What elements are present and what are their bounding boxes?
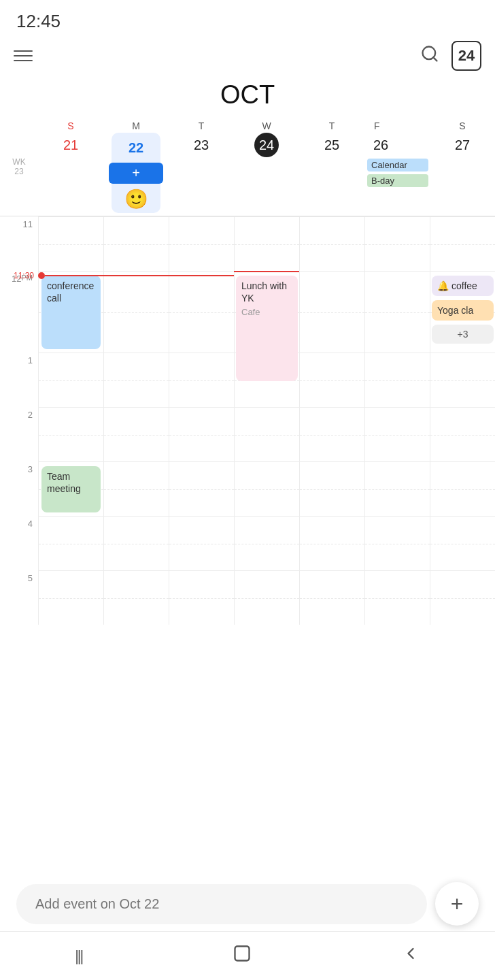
cell-2-fri[interactable] bbox=[364, 407, 430, 461]
cell-5-mon[interactable] bbox=[103, 570, 169, 625]
day-header-wed[interactable]: W 24 bbox=[234, 118, 299, 216]
cell-3-wed[interactable] bbox=[234, 461, 299, 516]
cell-5-sat[interactable] bbox=[430, 570, 495, 625]
nav-back-button[interactable] bbox=[401, 944, 420, 968]
cell-4-tue[interactable] bbox=[169, 516, 234, 570]
cell-5-tue[interactable] bbox=[169, 570, 234, 625]
cell-5-thu[interactable] bbox=[299, 570, 364, 625]
add-event-fab-button[interactable]: + bbox=[435, 882, 479, 926]
event-subtitle-lunch: Cafe bbox=[241, 307, 292, 318]
status-bar: 12:45 bbox=[0, 0, 495, 34]
current-time-line-area bbox=[38, 271, 234, 280]
cell-3-fri[interactable] bbox=[364, 461, 430, 516]
day-number-26: 26 bbox=[369, 133, 393, 157]
cell-2-thu[interactable] bbox=[299, 407, 364, 461]
cell-12-wed[interactable]: Lunch with YK Cafe bbox=[234, 271, 299, 353]
add-event-header-button[interactable]: + bbox=[109, 163, 163, 184]
menu-button[interactable] bbox=[14, 50, 33, 61]
event-conference-call[interactable]: conference call bbox=[41, 276, 101, 349]
cell-12-fri[interactable] bbox=[364, 271, 430, 353]
cell-12-sat[interactable]: 🔔 coffee Yoga cla +3 bbox=[430, 271, 495, 353]
day-header-fri[interactable]: F 26 Calendar B-day bbox=[364, 118, 430, 216]
cell-4-sun[interactable] bbox=[38, 516, 103, 570]
cell-1-sun[interactable] bbox=[38, 353, 103, 407]
day-header-sun[interactable]: S 21 bbox=[38, 118, 103, 216]
cell-1-thu[interactable] bbox=[299, 353, 364, 407]
day-letter-tue: T bbox=[199, 120, 205, 131]
cell-5-sun[interactable] bbox=[38, 570, 103, 625]
week-label: WK23 bbox=[0, 118, 38, 216]
cell-11-mon[interactable] bbox=[103, 216, 169, 271]
cell-3-tue[interactable] bbox=[169, 461, 234, 516]
event-lunch-yk[interactable]: Lunch with YK Cafe bbox=[236, 276, 298, 381]
calendar-grid-scroll[interactable]: 11 11:30 12PM bbox=[0, 216, 495, 734]
event-title-coffee: coffee bbox=[451, 280, 477, 292]
cell-12-mon[interactable] bbox=[103, 271, 169, 353]
current-time-label: 11:30 bbox=[0, 271, 38, 280]
cell-3-thu[interactable] bbox=[299, 461, 364, 516]
cell-12-thu[interactable] bbox=[299, 271, 364, 353]
hour-row-12: 12PM conference call Lunch with YK Cafe bbox=[0, 271, 495, 353]
cell-3-sun[interactable]: Team meeting bbox=[38, 461, 103, 516]
day-number-27: 27 bbox=[450, 133, 475, 157]
status-time: 12:45 bbox=[16, 11, 61, 32]
svg-line-1 bbox=[433, 57, 437, 61]
time-dot bbox=[38, 272, 45, 279]
svg-rect-2 bbox=[235, 947, 249, 961]
cell-11-fri[interactable] bbox=[364, 216, 430, 271]
cell-5-fri[interactable] bbox=[364, 570, 430, 625]
event-more[interactable]: +3 bbox=[432, 325, 494, 344]
search-button[interactable] bbox=[420, 44, 439, 68]
cell-1-tue[interactable] bbox=[169, 353, 234, 407]
day-number-23: 23 bbox=[189, 133, 214, 157]
cell-3-mon[interactable] bbox=[103, 461, 169, 516]
cell-12-sun[interactable]: conference call bbox=[38, 271, 103, 353]
cell-2-sun[interactable] bbox=[38, 407, 103, 461]
cell-11-sat[interactable] bbox=[430, 216, 495, 271]
nav-home-button[interactable] bbox=[233, 944, 252, 968]
today-badge[interactable]: 24 bbox=[451, 41, 481, 71]
day-header-tue[interactable]: T 23 bbox=[169, 118, 234, 216]
day-header-mon[interactable]: M 22 + 🙂 bbox=[103, 118, 169, 216]
nav-recent-button[interactable]: ||| bbox=[75, 947, 82, 965]
time-label-4: 4 bbox=[0, 516, 38, 570]
cell-1-fri[interactable] bbox=[364, 353, 430, 407]
toolbar: 24 bbox=[0, 34, 495, 78]
cell-4-fri[interactable] bbox=[364, 516, 430, 570]
time-label-2: 2 bbox=[0, 407, 38, 461]
cell-2-tue[interactable] bbox=[169, 407, 234, 461]
cell-11-wed[interactable] bbox=[234, 216, 299, 271]
emoji-icon: 🙂 bbox=[124, 188, 148, 210]
bell-icon: 🔔 bbox=[437, 280, 449, 292]
cell-1-sat[interactable] bbox=[430, 353, 495, 407]
grid-container: 11 11:30 12PM bbox=[0, 216, 495, 625]
cell-1-mon[interactable] bbox=[103, 353, 169, 407]
cell-4-sat[interactable] bbox=[430, 516, 495, 570]
cell-4-wed[interactable] bbox=[234, 516, 299, 570]
hour-row-11: 11 bbox=[0, 216, 495, 271]
cell-2-mon[interactable] bbox=[103, 407, 169, 461]
cell-11-thu[interactable] bbox=[299, 216, 364, 271]
cell-2-sat[interactable] bbox=[430, 407, 495, 461]
add-event-input[interactable] bbox=[16, 884, 427, 924]
event-title-conference: conference call bbox=[47, 280, 94, 304]
hour-row-3: 3 Team meeting bbox=[0, 461, 495, 516]
time-label-12: 12PM bbox=[0, 271, 38, 353]
hour-row-12-wrapper: 12PM conference call Lunch with YK Cafe bbox=[0, 271, 495, 353]
event-team-meeting[interactable]: Team meeting bbox=[41, 466, 101, 512]
event-coffee[interactable]: 🔔 coffee bbox=[432, 276, 494, 296]
day-header-sat[interactable]: S 27 bbox=[430, 118, 495, 216]
cell-11-sun[interactable] bbox=[38, 216, 103, 271]
cell-12-tue[interactable] bbox=[169, 271, 234, 353]
day-number-24: 24 bbox=[254, 133, 279, 157]
time-label-1: 1 bbox=[0, 353, 38, 407]
cell-3-sat[interactable] bbox=[430, 461, 495, 516]
cell-4-thu[interactable] bbox=[299, 516, 364, 570]
event-yoga[interactable]: Yoga cla bbox=[432, 300, 494, 321]
day-header-thu[interactable]: T 25 bbox=[299, 118, 364, 216]
cell-11-tue[interactable] bbox=[169, 216, 234, 271]
day-letter-wed: W bbox=[262, 120, 271, 131]
cell-2-wed[interactable] bbox=[234, 407, 299, 461]
cell-5-wed[interactable] bbox=[234, 570, 299, 625]
cell-4-mon[interactable] bbox=[103, 516, 169, 570]
